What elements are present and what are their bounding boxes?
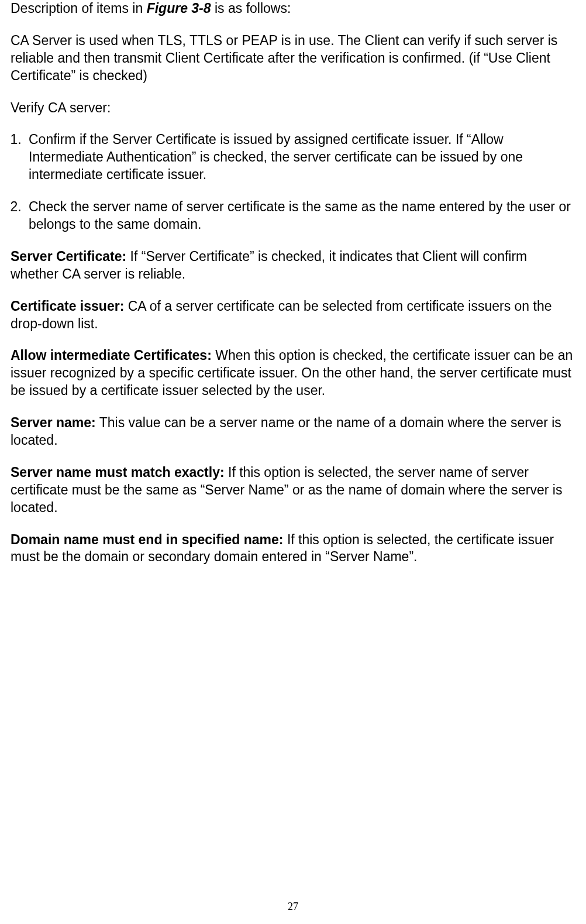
intro-paragraph: Description of items in Figure 3-8 is as… <box>11 0 575 18</box>
term-server-certificate: Server Certificate: <box>11 249 126 264</box>
term-certificate-issuer: Certificate issuer: <box>11 298 124 314</box>
def-server-certificate: Server Certificate: If “Server Certifica… <box>11 248 575 283</box>
ca-server-paragraph: CA Server is used when TLS, TTLS or PEAP… <box>11 32 575 85</box>
term-server-name: Server name: <box>11 415 96 430</box>
figure-reference: Figure 3-8 <box>147 1 211 16</box>
term-allow-intermediate: Allow intermediate Certificates: <box>11 348 212 363</box>
page-number: 27 <box>0 900 586 913</box>
term-match-exactly: Server name must match exactly: <box>11 465 225 480</box>
verify-steps-list: Confirm if the Server Certificate is iss… <box>11 131 575 233</box>
term-domain-end: Domain name must end in specified name: <box>11 532 284 547</box>
verify-step-2: Check the server name of server certific… <box>25 198 575 233</box>
def-match-exactly: Server name must match exactly: If this … <box>11 464 575 517</box>
def-domain-end: Domain name must end in specified name: … <box>11 531 575 566</box>
intro-text-part2: is as follows: <box>211 1 291 16</box>
verify-step-1: Confirm if the Server Certificate is iss… <box>25 131 575 184</box>
verify-heading: Verify CA server: <box>11 99 575 117</box>
def-server-name: Server name: This value can be a server … <box>11 414 575 449</box>
intro-text-part1: Description of items in <box>11 1 147 16</box>
def-certificate-issuer: Certificate issuer: CA of a server certi… <box>11 298 575 333</box>
page-content: Description of items in Figure 3-8 is as… <box>0 0 586 566</box>
def-allow-intermediate: Allow intermediate Certificates: When th… <box>11 347 575 400</box>
